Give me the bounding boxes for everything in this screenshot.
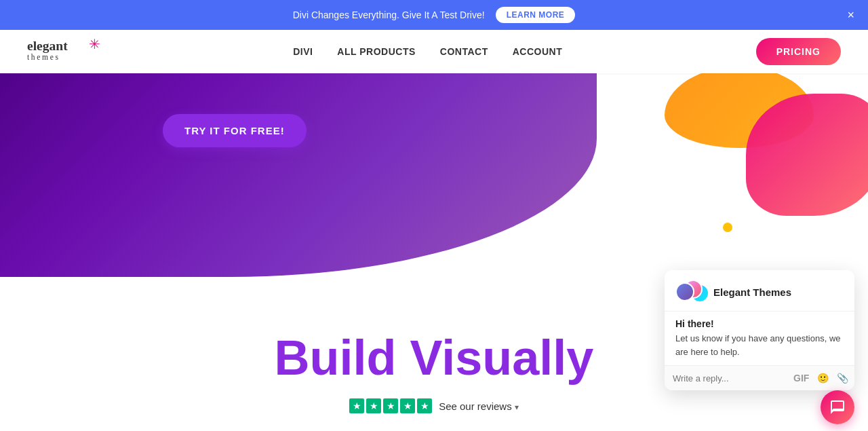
announcement-close-button[interactable]: × xyxy=(847,9,854,21)
nav-link-account[interactable]: ACCOUNT xyxy=(513,46,563,57)
star-rating: ★ ★ ★ ★ ★ xyxy=(349,398,432,413)
chat-reply-input[interactable] xyxy=(673,373,787,383)
nav-links: DIVI ALL PRODUCTS CONTACT ACCOUNT xyxy=(293,45,562,58)
chat-company-name: Elegant Themes xyxy=(713,286,791,298)
announcement-text: Divi Changes Everything. Give It A Test … xyxy=(293,10,485,20)
attachment-button[interactable]: 📎 xyxy=(835,371,850,385)
chat-company-row: Elegant Themes xyxy=(675,280,844,304)
learn-more-button[interactable]: LEARN MORE xyxy=(496,7,576,23)
see-reviews-text: See our reviews xyxy=(439,400,512,412)
purple-wave-bg xyxy=(0,73,597,277)
announcement-bar: Divi Changes Everything. Give It A Test … xyxy=(0,0,868,30)
chat-avatars xyxy=(675,280,708,304)
chat-header: Elegant Themes xyxy=(665,270,854,312)
gif-button[interactable]: GIF xyxy=(792,371,810,385)
navbar: elegant themes ✳ DIVI ALL PRODUCTS CONTA… xyxy=(0,30,868,73)
logo[interactable]: elegant themes ✳ xyxy=(27,38,100,65)
nav-link-all-products[interactable]: ALL PRODUCTS xyxy=(337,46,415,57)
chat-avatar-1 xyxy=(675,282,694,301)
pink-blob-decoration xyxy=(746,94,868,216)
svg-text:themes: themes xyxy=(27,53,60,61)
yellow-dot-decoration xyxy=(723,223,732,232)
star-3: ★ xyxy=(383,398,398,413)
chat-launcher-icon xyxy=(829,399,846,415)
nav-item-divi[interactable]: DIVI xyxy=(293,45,313,58)
chat-launcher-button[interactable] xyxy=(821,390,854,424)
chat-greeting-area: Hi there! Let us know if you have any qu… xyxy=(665,312,854,365)
svg-text:✳: ✳ xyxy=(89,38,100,52)
chevron-down-icon: ▾ xyxy=(515,402,519,412)
see-reviews-link[interactable]: See our reviews ▾ xyxy=(439,400,519,412)
star-1: ★ xyxy=(349,398,364,413)
subheading-text: Divi Takes WordPress To A Whole New Leve… xyxy=(197,427,671,431)
chat-input-row: GIF 🙂 📎 xyxy=(665,365,854,390)
star-2: ★ xyxy=(366,398,381,413)
chat-greeting-text: Hi there! xyxy=(675,318,844,329)
nav-item-all-products[interactable]: ALL PRODUCTS xyxy=(337,45,415,58)
nav-item-contact[interactable]: CONTACT xyxy=(440,45,488,58)
star-5: ★ xyxy=(417,398,432,413)
star-4: ★ xyxy=(400,398,415,413)
nav-link-divi[interactable]: DIVI xyxy=(293,46,313,57)
emoji-button[interactable]: 🙂 xyxy=(816,371,830,385)
try-free-button[interactable]: TRY IT FOR FREE! xyxy=(163,114,307,147)
nav-item-account[interactable]: ACCOUNT xyxy=(513,45,563,58)
reviews-row: ★ ★ ★ ★ ★ See our reviews ▾ xyxy=(14,398,854,413)
chat-widget: Elegant Themes Hi there! Let us know if … xyxy=(665,270,854,390)
chat-message-text: Let us know if you have any questions, w… xyxy=(675,332,844,358)
hero-section: TRY IT FOR FREE! xyxy=(0,73,868,291)
nav-link-contact[interactable]: CONTACT xyxy=(440,46,488,57)
pricing-button[interactable]: PRICING xyxy=(756,38,841,65)
chat-icon-group: GIF 🙂 📎 xyxy=(792,371,850,385)
svg-text:elegant: elegant xyxy=(27,39,68,53)
